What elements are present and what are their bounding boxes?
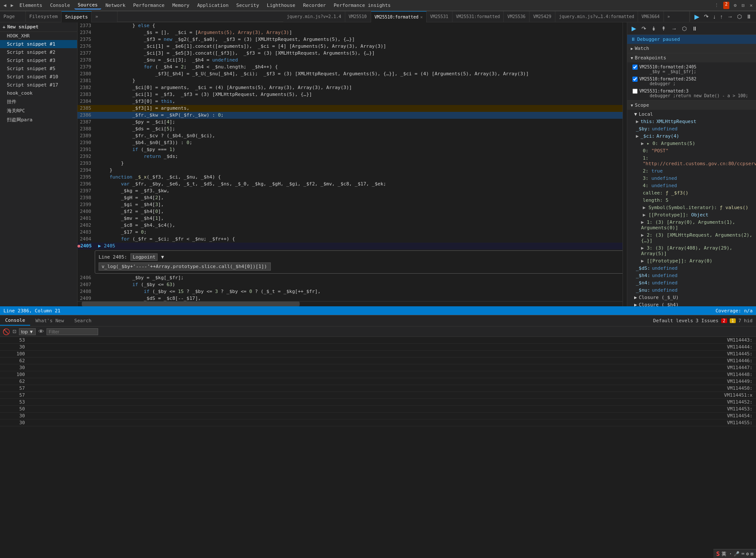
new-snippet-btn[interactable]: + New snippet (0, 22, 77, 32)
console-file-4[interactable]: VM114447: (727, 365, 753, 370)
dock-icon[interactable]: ⊡ (740, 2, 747, 9)
file-tab-vm25429[interactable]: VM25429 (530, 11, 555, 22)
nav-icon-forward[interactable]: ▶ (9, 2, 15, 9)
console-file-9[interactable]: VM114452: (727, 399, 753, 405)
file-tab-vm25531[interactable]: VM25531 (427, 11, 452, 22)
pause-on-exception-btn[interactable]: ⏸ (744, 12, 753, 21)
sidebar-item-para[interactable]: 扫盗网para (0, 115, 77, 124)
console-file-6[interactable]: VM114449: (727, 379, 753, 384)
expand-icon-proto[interactable]: ▶ (643, 212, 646, 218)
console-file-3[interactable]: VM114446: (727, 358, 753, 364)
ime-mic-icon[interactable]: 🎤 (734, 551, 740, 557)
step-btn[interactable]: → (725, 12, 734, 21)
console-file-1[interactable]: VM114444: (727, 344, 753, 350)
sidebar-item-hook-xhr[interactable]: HOOK_XHR (0, 32, 77, 40)
nav-tab-network[interactable]: Network (102, 2, 129, 9)
console-file-2[interactable]: VM114445: (727, 351, 753, 357)
expand-icon-2[interactable]: ▶ (641, 232, 644, 238)
nav-tab-performance[interactable]: Performance (130, 2, 168, 9)
deactivate-debug-btn[interactable]: ⬡ (680, 25, 688, 33)
clear-console-btn[interactable]: 🚫 (3, 328, 10, 335)
sidebar-item-snippet17[interactable]: Script snippet #17 (0, 81, 77, 89)
file-tab-vm25510-formatted[interactable]: VM25510:formatted ✕ (371, 11, 427, 22)
nav-tab-sources[interactable]: Sources (74, 1, 101, 9)
bottom-tab-whatsnew[interactable]: What's New (30, 316, 69, 325)
top-frame-select[interactable]: top ▼ (19, 328, 36, 335)
bottom-tab-search[interactable]: Search (69, 316, 97, 325)
preserve-log-btn[interactable]: ⊡ (12, 329, 16, 334)
tab-more[interactable]: » (92, 11, 118, 22)
breakpoints-section-header[interactable]: ▼ Breakpoints (627, 53, 756, 62)
closure-u-header[interactable]: ▶ Closure (_$_U) (627, 294, 756, 301)
console-file-11[interactable]: VM114454: (727, 413, 753, 419)
console-file-10[interactable]: VM114453: (727, 406, 753, 412)
console-file-5[interactable]: VM114448: (727, 372, 753, 377)
logpoint-input[interactable] (99, 262, 271, 271)
sidebar-item-snippet1[interactable]: Script snippet #1 (0, 40, 77, 48)
console-filter-input[interactable] (46, 328, 98, 335)
close-icon[interactable]: ✕ (748, 2, 754, 9)
issues-badge[interactable]: 3 Issues (696, 318, 719, 324)
tab-snippets[interactable]: Snippets (62, 11, 92, 22)
expand-icon-cp[interactable]: ▶ (641, 258, 644, 264)
ime-grid-icon[interactable]: ⊞ (750, 551, 753, 557)
sidebar-item-snippet2[interactable]: Script snippet #2 (0, 48, 77, 56)
code-hscrollbar[interactable] (77, 301, 623, 306)
file-tab-jquery[interactable]: jquery.min.js?v=2.1.4 (283, 11, 345, 22)
step-out-debug-btn[interactable]: ↟ (660, 25, 668, 33)
code-scrollbar[interactable] (623, 22, 627, 306)
step-debug-btn[interactable]: → (669, 25, 679, 33)
sidebar-item-customs-rpc[interactable]: 海关RPC (0, 106, 77, 115)
file-tab-vm25536[interactable]: VM25536 (504, 11, 530, 22)
nav-tab-memory[interactable]: Memory (169, 2, 193, 9)
expand-icon-sym[interactable]: ▶ (643, 205, 646, 210)
bp3-checkbox[interactable] (632, 89, 638, 94)
tab-page[interactable]: Page (0, 11, 26, 22)
nav-tab-perf-insights[interactable]: Performance insights (330, 2, 394, 9)
file-tab-jquery-formatted[interactable]: jquery.min.js?v…1.4:formatted (555, 11, 638, 22)
close-file-tab-icon[interactable]: ✕ (420, 15, 423, 19)
nav-icon-back[interactable]: ◀ (2, 2, 8, 9)
resume-debug-btn[interactable]: ▶ (630, 24, 638, 33)
expand-icon-1[interactable]: ▶ (641, 219, 644, 225)
closure-h4-header[interactable]: ▶ Closure (_$h4) (627, 301, 756, 306)
tab-filesystem[interactable]: Filesystem (26, 11, 62, 22)
ime-settings-icon[interactable]: ⚙ (746, 551, 749, 557)
expand-icon[interactable]: ▶ (636, 119, 639, 124)
sidebar-item-widget[interactable]: 挂件 (0, 97, 77, 106)
nav-tab-lighthouse[interactable]: Lighthouse (263, 2, 299, 9)
default-levels-btn[interactable]: Default levels (653, 318, 693, 324)
customize-icon[interactable]: ⋮ (713, 2, 721, 9)
nav-tab-recorder[interactable]: Recorder (300, 2, 329, 9)
expand-icon-3[interactable]: ▶ (641, 245, 644, 251)
step-into-debug-btn[interactable]: ↡ (650, 25, 658, 33)
expand-icon-ci[interactable]: ▶ (636, 133, 639, 139)
deactivate-breakpoints-btn[interactable]: ⬡ (735, 12, 744, 21)
sidebar-item-snippet3[interactable]: Script snippet #3 (0, 56, 77, 65)
scope-section-header[interactable]: ▼ Scope (627, 101, 756, 110)
step-into-btn[interactable]: ↓ (711, 12, 718, 21)
file-tab-vm63664[interactable]: VM63664 (638, 11, 664, 22)
bp1-checkbox[interactable] (632, 65, 638, 70)
sidebar-item-snippet10[interactable]: Script snippet #10 (0, 73, 77, 81)
watch-section-header[interactable]: ▶ Watch (627, 44, 756, 53)
nav-tab-elements[interactable]: Elements (16, 2, 46, 9)
file-tab-more[interactable]: » (664, 11, 690, 22)
local-scope-header[interactable]: ▼ Local (627, 111, 756, 118)
eye-filter-btn[interactable]: 👁 (38, 328, 44, 335)
pause-exception-btn[interactable]: ⏸ (690, 25, 699, 33)
sidebar-item-snippet5[interactable]: Script snippet #5 (0, 65, 77, 73)
step-over-btn[interactable]: ↷ (702, 12, 710, 21)
step-over-debug-btn[interactable]: ↷ (640, 25, 648, 33)
ime-keyboard-icon[interactable]: ⌨ (741, 551, 744, 557)
nav-tab-console[interactable]: Console (46, 2, 73, 9)
expand-icon-v0[interactable]: ▶ (641, 141, 644, 146)
step-out-btn[interactable]: ↑ (719, 12, 725, 21)
settings-icon[interactable]: ⚙ (732, 2, 738, 9)
sidebar-item-hook-cook[interactable]: hook_cook (0, 89, 77, 97)
console-file-0[interactable]: VM114443: (727, 337, 753, 343)
logpoint-type-select[interactable]: Logpoint (130, 253, 158, 261)
nav-tab-security[interactable]: Security (233, 2, 263, 9)
console-file-7[interactable]: VM114450: (727, 385, 753, 391)
bp2-checkbox[interactable] (632, 77, 638, 82)
